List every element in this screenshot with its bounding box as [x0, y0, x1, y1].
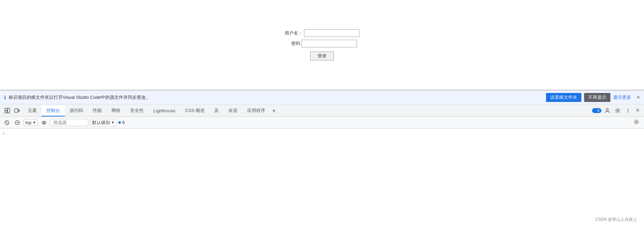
console-settings-button[interactable]	[632, 119, 641, 127]
tab-application[interactable]: 应用程序	[242, 105, 270, 116]
info-banner: ℹ 标识项目的根文件夹以打开Visual Studio Code中的源文件并同步…	[0, 91, 644, 104]
devtools-panel: ℹ 标识项目的根文件夹以打开Visual Studio Code中的源文件并同步…	[0, 90, 644, 138]
message-count: 6	[118, 120, 125, 125]
console-area: ›	[0, 129, 644, 138]
svg-rect-4	[18, 110, 19, 112]
tab-elements[interactable]: 元素	[23, 105, 42, 116]
username-row: 用户名：	[285, 29, 359, 37]
login-button[interactable]: 登录	[310, 51, 334, 60]
svg-point-15	[636, 121, 637, 123]
info-banner-text: 标识项目的根文件夹以打开Visual Studio Code中的源文件并同步更改…	[9, 94, 543, 101]
level-selector[interactable]: 默认级别 ▼	[90, 119, 116, 126]
tab-ji[interactable]: 及	[209, 105, 224, 116]
user-icon[interactable]	[603, 106, 612, 115]
svg-point-7	[628, 110, 629, 111]
chevron-down-icon: ▼	[111, 121, 115, 124]
close-devtools-button[interactable]: ×	[634, 105, 641, 115]
tab-sources[interactable]: 源代码	[65, 105, 88, 116]
devtools-tabs-bar: 元素 控制台 源代码 性能 网络 安全性 Lighthouse CSS 概述 及…	[0, 104, 644, 117]
svg-point-5	[617, 110, 619, 111]
password-input[interactable]	[302, 40, 357, 47]
level-label: 默认级别	[92, 120, 110, 126]
page-area: 用户名： 密码 登录	[0, 0, 644, 90]
count-dot	[118, 121, 121, 124]
login-form: 用户名： 密码 登录	[285, 29, 359, 60]
settings-icon[interactable]	[613, 106, 622, 115]
set-root-button[interactable]: 设置根文件夹	[546, 93, 581, 102]
svg-rect-3	[15, 109, 18, 112]
login-btn-row: 登录	[285, 51, 359, 60]
info-icon: ℹ	[4, 95, 6, 100]
tab-security[interactable]: 安全性	[125, 105, 149, 116]
username-label: 用户名：	[285, 30, 303, 36]
filter-input[interactable]	[50, 119, 88, 126]
show-more-link[interactable]: 显示更多	[613, 94, 631, 101]
context-selector[interactable]: top ▼	[24, 119, 38, 126]
console-chevron[interactable]: ›	[3, 131, 4, 136]
close-banner-button[interactable]: ×	[637, 94, 640, 101]
chevron-down-icon: ▼	[33, 121, 36, 124]
svg-rect-0	[5, 108, 7, 111]
tab-network[interactable]: 网络	[107, 105, 125, 116]
svg-point-8	[628, 111, 629, 112]
inspect-icon[interactable]	[3, 106, 12, 115]
eye-icon[interactable]	[40, 119, 48, 126]
devtools-toolbar: top ▼ 默认级别 ▼ 6	[0, 117, 644, 129]
device-icon[interactable]	[12, 106, 21, 115]
no-show-button[interactable]: 不再显示	[584, 93, 610, 102]
top-label: top	[25, 120, 32, 125]
svg-rect-1	[5, 111, 7, 113]
svg-point-13	[42, 121, 46, 124]
more-icon[interactable]	[624, 106, 633, 115]
block-icon[interactable]	[13, 119, 21, 126]
add-tab-button[interactable]: +	[270, 105, 278, 116]
clear-console-button[interactable]	[3, 119, 11, 126]
tab-welcome[interactable]: 欢迎	[224, 105, 242, 116]
password-label: 密码	[285, 40, 300, 47]
tab-performance[interactable]: 性能	[88, 105, 107, 116]
svg-line-10	[6, 121, 8, 124]
password-row: 密码	[285, 40, 357, 47]
svg-rect-2	[8, 108, 10, 113]
message-badge: 6	[592, 108, 601, 113]
svg-point-6	[628, 109, 629, 110]
tab-css-overview[interactable]: CSS 概述	[180, 105, 209, 116]
watermark: CSDN @登山人在路上	[595, 217, 637, 223]
devtools-right-icons: 6 ×	[589, 104, 644, 116]
badge-dot	[594, 109, 597, 112]
devtools-left-icons	[1, 104, 23, 116]
tab-console[interactable]: 控制台	[42, 105, 65, 116]
svg-point-14	[43, 122, 45, 123]
tab-lighthouse[interactable]: Lighthouse	[149, 105, 180, 116]
username-input[interactable]	[304, 29, 359, 37]
